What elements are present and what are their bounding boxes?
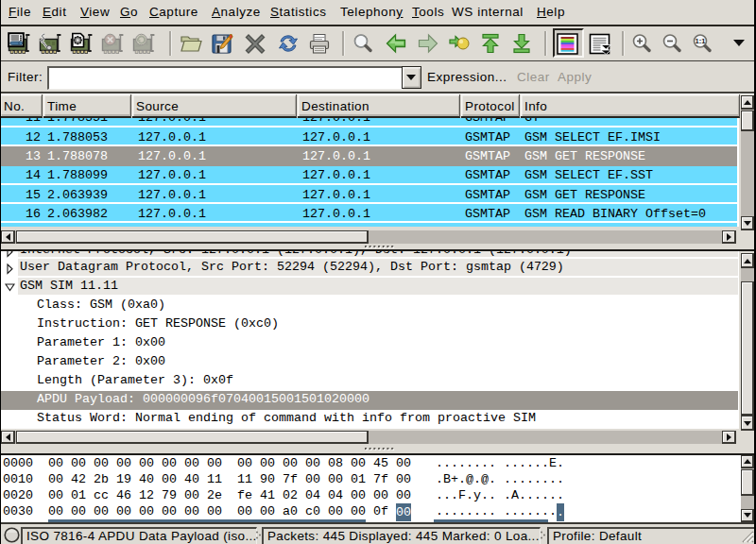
svg-text:1:1: 1:1 bbox=[696, 37, 706, 45]
